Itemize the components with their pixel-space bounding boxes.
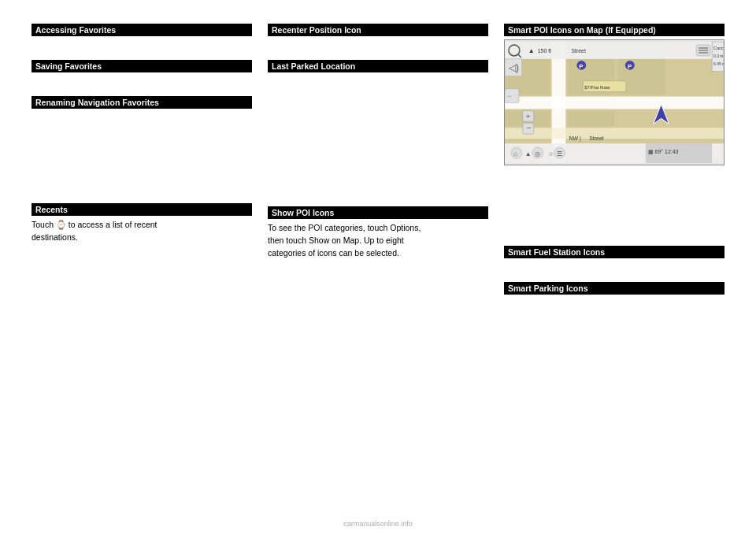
- recenter-position-header: Recenter Position Icon: [268, 24, 488, 36]
- renaming-nav-favorites-section: Renaming Navigation Favorites: [32, 96, 252, 113]
- svg-text:P: P: [628, 63, 632, 70]
- column-3: Smart POI Icons on Map (If Equipped): [504, 24, 724, 310]
- svg-text:150 ft: 150 ft: [538, 48, 551, 54]
- column-1: Accessing Favorites Saving Favorites Ren…: [32, 24, 252, 310]
- svg-text:P: P: [579, 63, 584, 70]
- map-container: ▲ 150 ft Street Cancel 0.3 m 6.45 m: [504, 39, 724, 165]
- svg-text:▦ 69°  12:43: ▦ 69° 12:43: [648, 149, 679, 154]
- svg-text:☆: ☆: [548, 150, 554, 158]
- svg-text:···: ···: [507, 94, 512, 99]
- show-poi-icons-section: Show POI Icons To see the POI categories…: [268, 206, 488, 264]
- columns-layout: Accessing Favorites Saving Favorites Ren…: [32, 24, 724, 310]
- accessing-favorites-header: Accessing Favorites: [32, 24, 252, 36]
- smart-parking-section: Smart Parking Icons: [504, 282, 724, 299]
- svg-text:▲: ▲: [525, 150, 532, 158]
- show-poi-icons-header: Show POI Icons: [268, 206, 488, 219]
- svg-text:Cancel: Cancel: [713, 46, 724, 50]
- column-2: Recenter Position Icon Last Parked Locat…: [268, 24, 488, 310]
- saving-favorites-header: Saving Favorites: [32, 60, 252, 72]
- col2-spacer: [268, 96, 488, 198]
- show-poi-icons-content: To see the POI categories, touch Options…: [268, 222, 488, 259]
- svg-text:Street: Street: [571, 48, 586, 54]
- svg-text:☰: ☰: [557, 150, 562, 158]
- last-parked-section: Last Parked Location: [268, 60, 488, 77]
- recents-header: Recents: [32, 203, 252, 216]
- svg-rect-3: [505, 128, 724, 139]
- smart-poi-section: Smart POI Icons on Map (If Equipped): [504, 24, 724, 172]
- svg-text:+: +: [526, 112, 531, 121]
- last-parked-header: Last Parked Location: [268, 60, 488, 72]
- page-container: Accessing Favorites Saving Favorites Ren…: [0, 0, 756, 534]
- smart-poi-header: Smart POI Icons on Map (If Equipped): [504, 24, 724, 36]
- svg-text:◎: ◎: [535, 150, 540, 158]
- svg-text:6.45 m: 6.45 m: [713, 62, 724, 66]
- smart-fuel-section: Smart Fuel Station Icons: [504, 246, 724, 263]
- saving-favorites-section: Saving Favorites: [32, 60, 252, 77]
- svg-text:◁): ◁): [509, 62, 519, 73]
- renaming-nav-favorites-header: Renaming Navigation Favorites: [32, 96, 252, 109]
- col1-spacer: [32, 132, 252, 195]
- svg-text:Street: Street: [589, 135, 604, 141]
- smart-fuel-header: Smart Fuel Station Icons: [504, 246, 724, 258]
- svg-text:$7/Flat Rate: $7/Flat Rate: [584, 85, 610, 90]
- svg-text:NW |: NW |: [569, 135, 580, 142]
- recenter-position-section: Recenter Position Icon: [268, 24, 488, 41]
- col3-spacer: [504, 191, 724, 238]
- svg-rect-2: [505, 97, 724, 109]
- svg-rect-8: [567, 110, 614, 126]
- svg-text:−: −: [527, 124, 532, 132]
- smart-parking-header: Smart Parking Icons: [504, 282, 724, 295]
- recents-section: Recents Touch ⌚ to access a list of rece…: [32, 203, 252, 249]
- svg-text:0.3 m: 0.3 m: [713, 54, 723, 58]
- accessing-favorites-section: Accessing Favorites: [32, 24, 252, 41]
- watermark: carmanualsonline.info: [343, 520, 413, 528]
- svg-text:⌂: ⌂: [513, 150, 517, 158]
- svg-text:▲: ▲: [528, 47, 535, 54]
- recents-content: Touch ⌚ to access a list of recentdestin…: [32, 219, 252, 244]
- map-graphic: ▲ 150 ft Street Cancel 0.3 m 6.45 m: [505, 40, 724, 165]
